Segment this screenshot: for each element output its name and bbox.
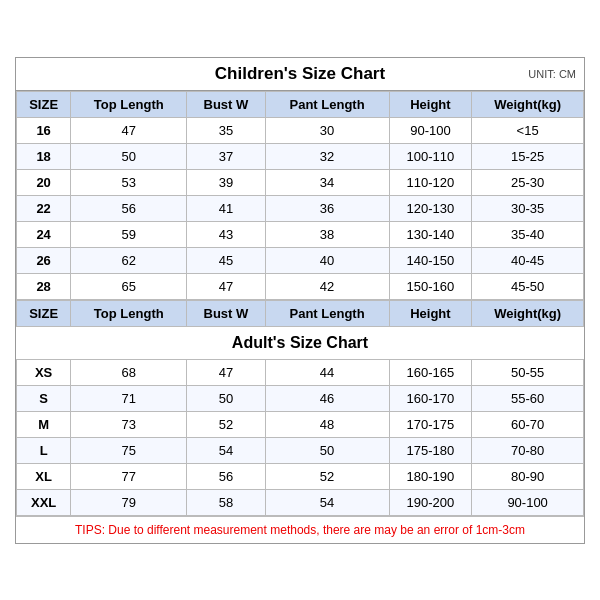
table-cell: 45-50 [472, 273, 584, 299]
table-cell: 32 [265, 143, 389, 169]
table-cell: 160-165 [389, 359, 472, 385]
table-cell: 50-55 [472, 359, 584, 385]
table-cell: 40 [265, 247, 389, 273]
table-cell: 41 [187, 195, 265, 221]
table-cell: 50 [265, 437, 389, 463]
table-cell: 60-70 [472, 411, 584, 437]
table-cell: 58 [187, 489, 265, 515]
adults-table-header: SIZE Top Length Bust W Pant Length Heigh… [17, 300, 584, 326]
table-cell: 44 [265, 359, 389, 385]
table-row: L755450175-18070-80 [17, 437, 584, 463]
table-row: S715046160-17055-60 [17, 385, 584, 411]
table-cell: 65 [71, 273, 187, 299]
children-title-row: Children's Size Chart UNIT: CM [16, 58, 584, 91]
table-cell: 42 [265, 273, 389, 299]
table-cell: 73 [71, 411, 187, 437]
children-table: SIZE Top Length Bust W Pant Length Heigh… [16, 91, 584, 300]
table-row: 28654742150-16045-50 [17, 273, 584, 299]
children-table-body: 1647353090-100<1518503732100-11015-25205… [17, 117, 584, 299]
table-cell: 16 [17, 117, 71, 143]
unit-label: UNIT: CM [528, 68, 576, 80]
table-cell: 170-175 [389, 411, 472, 437]
table-cell: 38 [265, 221, 389, 247]
table-cell: 47 [71, 117, 187, 143]
adults-col-pant-length: Pant Length [265, 300, 389, 326]
adults-section-table: Adult's Size Chart SIZE Top Length Bust … [16, 300, 584, 516]
children-col-bust-w: Bust W [187, 91, 265, 117]
table-cell: 35 [187, 117, 265, 143]
children-col-pant-length: Pant Length [265, 91, 389, 117]
table-cell: 53 [71, 169, 187, 195]
table-cell: 30-35 [472, 195, 584, 221]
table-cell: 26 [17, 247, 71, 273]
children-col-weight: Weight(kg) [472, 91, 584, 117]
table-cell: 34 [265, 169, 389, 195]
table-cell: M [17, 411, 71, 437]
table-cell: 59 [71, 221, 187, 247]
table-cell: 50 [71, 143, 187, 169]
table-cell: 37 [187, 143, 265, 169]
table-cell: 120-130 [389, 195, 472, 221]
table-cell: 79 [71, 489, 187, 515]
table-cell: XXL [17, 489, 71, 515]
table-cell: 77 [71, 463, 187, 489]
table-row: XL775652180-19080-90 [17, 463, 584, 489]
table-cell: L [17, 437, 71, 463]
adults-chart-title: Adult's Size Chart [17, 326, 584, 359]
size-chart-container: Children's Size Chart UNIT: CM SIZE Top … [15, 57, 585, 544]
table-cell: 54 [265, 489, 389, 515]
table-row: 18503732100-11015-25 [17, 143, 584, 169]
table-cell: 130-140 [389, 221, 472, 247]
table-cell: XS [17, 359, 71, 385]
adults-col-weight: Weight(kg) [472, 300, 584, 326]
tips-row: TIPS: Due to different measurement metho… [16, 516, 584, 543]
table-cell: 52 [187, 411, 265, 437]
table-row: XXL795854190-20090-100 [17, 489, 584, 515]
table-row: 20533934110-12025-30 [17, 169, 584, 195]
table-cell: 190-200 [389, 489, 472, 515]
table-cell: 45 [187, 247, 265, 273]
table-row: XS684744160-16550-55 [17, 359, 584, 385]
table-cell: 47 [187, 359, 265, 385]
table-cell: 71 [71, 385, 187, 411]
table-cell: 56 [187, 463, 265, 489]
table-cell: 100-110 [389, 143, 472, 169]
table-cell: 50 [187, 385, 265, 411]
table-cell: 35-40 [472, 221, 584, 247]
table-cell: 22 [17, 195, 71, 221]
table-cell: 160-170 [389, 385, 472, 411]
table-cell: 46 [265, 385, 389, 411]
table-cell: 80-90 [472, 463, 584, 489]
children-col-size: SIZE [17, 91, 71, 117]
children-header-row: SIZE Top Length Bust W Pant Length Heigh… [17, 91, 584, 117]
table-cell: 39 [187, 169, 265, 195]
adults-section-title-body: Adult's Size Chart [17, 326, 584, 359]
table-cell: 28 [17, 273, 71, 299]
children-chart-title: Children's Size Chart [215, 64, 385, 84]
adults-table-body: XS684744160-16550-55S715046160-17055-60M… [17, 359, 584, 515]
table-cell: 24 [17, 221, 71, 247]
tips-text: TIPS: Due to different measurement metho… [75, 523, 525, 537]
adults-col-top-length: Top Length [71, 300, 187, 326]
table-cell: 47 [187, 273, 265, 299]
table-cell: 20 [17, 169, 71, 195]
table-cell: <15 [472, 117, 584, 143]
table-cell: 62 [71, 247, 187, 273]
table-row: 1647353090-100<15 [17, 117, 584, 143]
table-cell: 175-180 [389, 437, 472, 463]
table-row: 22564136120-13030-35 [17, 195, 584, 221]
table-cell: 15-25 [472, 143, 584, 169]
table-row: 24594338130-14035-40 [17, 221, 584, 247]
children-col-height: Height [389, 91, 472, 117]
adults-col-bust-w: Bust W [187, 300, 265, 326]
table-cell: 75 [71, 437, 187, 463]
table-cell: 90-100 [389, 117, 472, 143]
children-table-header: SIZE Top Length Bust W Pant Length Heigh… [17, 91, 584, 117]
table-cell: 70-80 [472, 437, 584, 463]
table-cell: 68 [71, 359, 187, 385]
table-cell: 43 [187, 221, 265, 247]
table-cell: 55-60 [472, 385, 584, 411]
table-cell: 110-120 [389, 169, 472, 195]
table-cell: 140-150 [389, 247, 472, 273]
table-cell: S [17, 385, 71, 411]
